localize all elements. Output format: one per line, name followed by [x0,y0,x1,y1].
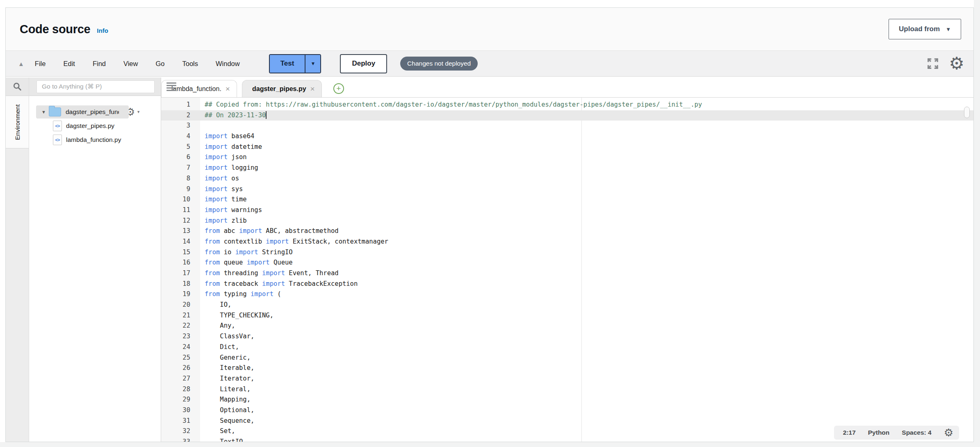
menu-find[interactable]: Find [93,60,106,68]
code-file-icon: <> [53,121,62,131]
tree-file-row[interactable]: <> lambda_function.py [29,133,161,147]
code-line[interactable]: 23 ClassVar, [161,331,973,342]
tab-dagster-pipes[interactable]: dagster_pipes.py × [242,80,322,97]
collapse-menubar-icon[interactable]: ▲ [18,60,24,67]
code-line[interactable]: 19from typing import ( [161,289,973,300]
upload-from-button[interactable]: Upload from ▼ [889,19,961,39]
info-link[interactable]: Info [97,27,108,34]
editor-status-bar: 2:17 Python Spaces: 4 ⚙ [834,426,959,440]
line-content: Dict, [200,342,239,353]
line-content: TYPE_CHECKING, [200,310,273,321]
code-line[interactable]: 3 [161,121,973,131]
code-line[interactable]: 11import warnings [161,205,973,216]
test-button[interactable]: Test [270,55,305,73]
line-content: from abc import ABC, abstractmethod [200,226,339,237]
code-line[interactable]: 30 Optional, [161,405,973,416]
line-content: import os [200,173,239,184]
menu-window[interactable]: Window [216,60,240,68]
panel-header: Code source Info Upload from ▼ [6,8,973,50]
code-line[interactable]: 28 Literal, [161,384,973,395]
line-content: import datetime [200,142,262,153]
line-number: 19 [161,289,200,300]
file-name: dagster_pipes.py [66,122,114,130]
code-line[interactable]: 15from io import StringIO [161,247,973,258]
tree-file-row[interactable]: <> dagster_pipes.py [29,119,161,133]
new-tab-icon[interactable]: + [333,83,344,94]
tab-list-icon[interactable] [166,82,176,92]
code-line[interactable]: 14from contextlib import ExitStack, cont… [161,237,973,247]
menu-tools[interactable]: Tools [182,60,198,68]
line-number: 4 [161,131,200,142]
upload-from-label: Upload from [899,25,940,33]
search-rail-cell [6,78,29,96]
environment-tab[interactable]: Environment [6,96,29,148]
menu-view[interactable]: View [123,60,138,68]
code-line[interactable]: 5import datetime [161,142,973,153]
line-number: 14 [161,237,200,247]
line-content: from threading import Event, Thread [200,268,339,279]
line-content: import zlib [200,216,247,226]
line-number: 11 [161,205,200,216]
status-gear-icon[interactable]: ⚙ [944,429,953,437]
code-line[interactable]: 13from abc import ABC, abstractmethod [161,226,973,237]
search-icon[interactable] [13,82,22,91]
line-number: 6 [161,152,200,163]
code-line[interactable]: 29 Mapping, [161,395,973,405]
line-content: ## On 2023-11-30 [200,110,267,121]
line-content: import sys [200,184,243,195]
code-line[interactable]: 25 Generic, [161,353,973,363]
code-line[interactable]: 16from queue import Queue [161,258,973,268]
close-icon[interactable]: × [310,84,315,94]
code-file-icon: <> [53,135,62,145]
code-line[interactable]: 12import zlib [161,216,973,226]
tab-bar: lambda_function. × dagster_pipes.py × + [161,78,973,98]
page-background [974,0,980,447]
deploy-button[interactable]: Deploy [340,54,387,73]
code-line[interactable]: 22 Any, [161,321,973,331]
code-editor[interactable]: 1## Copied from: https://raw.githubuserc… [161,98,973,442]
code-lines: 1## Copied from: https://raw.githubuserc… [161,98,973,442]
editor-scrollbar[interactable] [964,107,970,118]
line-number: 20 [161,300,200,310]
chevron-down-icon: ▼ [310,61,315,66]
code-line[interactable]: 8import os [161,173,973,184]
cursor-position[interactable]: 2:17 [843,429,856,436]
code-line[interactable]: 4import base64 [161,131,973,142]
menu-go[interactable]: Go [155,60,164,68]
code-line[interactable]: 10import time [161,194,973,205]
code-line[interactable]: 26 Iterable, [161,363,973,374]
disclosure-triangle-icon[interactable]: ▼ [41,109,47,114]
settings-gear-icon[interactable]: ⚙ [949,57,964,70]
code-line[interactable]: 21 TYPE_CHECKING, [161,310,973,321]
page-background [0,442,980,447]
code-line[interactable]: 20 IO, [161,300,973,310]
fullscreen-icon[interactable] [927,57,939,70]
code-line[interactable]: 27 Iterator, [161,374,973,384]
code-line[interactable]: 9import sys [161,184,973,195]
tree-folder-row[interactable]: ▼ dagster_pipes_funct ⚙ ▼ [29,105,161,119]
test-dropdown-button[interactable]: ▼ [305,55,320,73]
sidebar-rail: Environment [6,78,29,442]
code-line[interactable]: 24 Dict, [161,342,973,353]
folder-icon [49,107,61,116]
test-split-button[interactable]: Test ▼ [269,54,321,73]
line-number: 31 [161,416,200,426]
close-icon[interactable]: × [226,84,230,94]
menu-file[interactable]: File [35,60,46,68]
line-content: import warnings [200,205,262,216]
code-line[interactable]: 6import json [161,152,973,163]
code-line[interactable]: 18from traceback import TracebackExcepti… [161,279,973,290]
code-line[interactable]: 31 Sequence, [161,416,973,426]
code-line[interactable]: 2## On 2023-11-30 [161,110,973,121]
line-content: ## Copied from: https://raw.githubuserco… [200,100,702,110]
indent-setting[interactable]: Spaces: 4 [902,429,931,436]
line-number: 12 [161,216,200,226]
line-content: ClassVar, [200,331,254,342]
code-line[interactable]: 1## Copied from: https://raw.githubuserc… [161,100,973,110]
code-line[interactable]: 7import logging [161,163,973,173]
line-number: 25 [161,353,200,363]
goto-anything-input[interactable] [36,80,155,93]
language-mode[interactable]: Python [868,429,890,436]
menu-edit[interactable]: Edit [63,60,75,68]
code-line[interactable]: 17from threading import Event, Thread [161,268,973,279]
